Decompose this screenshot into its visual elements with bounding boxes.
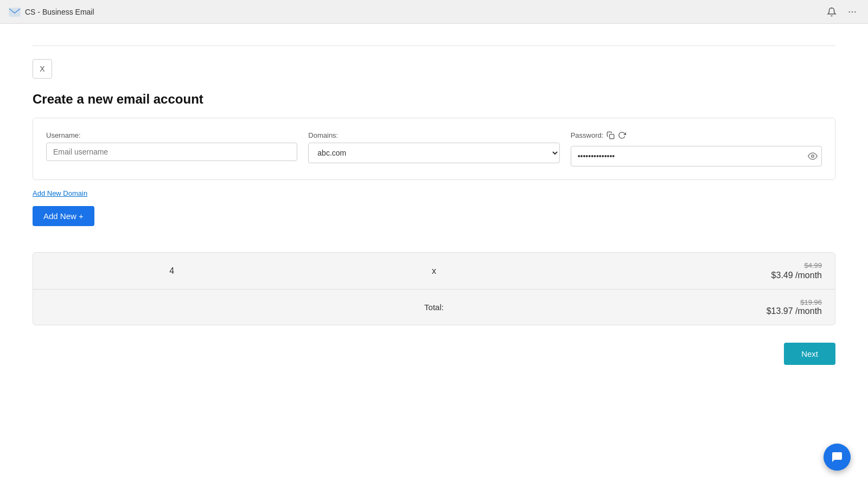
topbar-actions — [825, 5, 859, 19]
total-label: Total: — [424, 303, 444, 312]
username-label: Username: — [46, 131, 297, 139]
domain-label: Domains: — [308, 131, 559, 139]
top-divider-area — [33, 35, 835, 46]
username-input[interactable] — [46, 143, 297, 161]
copy-password-btn[interactable] — [607, 131, 615, 139]
form-card: Username: Domains: abc.com xyz.com examp… — [33, 118, 835, 180]
password-group: Password: — [571, 131, 822, 166]
add-new-button[interactable]: Add New + — [33, 206, 94, 226]
total-price-col: $19.96 $13.97 /month — [571, 298, 822, 316]
svg-rect-0 — [9, 8, 20, 16]
bell-icon — [827, 7, 837, 17]
topbar: CS - Business Email — [0, 0, 868, 24]
add-new-domain-link[interactable]: Add New Domain — [33, 189, 87, 197]
refresh-password-btn[interactable] — [618, 131, 626, 139]
domain-select[interactable]: abc.com xyz.com example.com — [308, 143, 559, 163]
copy-icon — [607, 131, 615, 139]
email-logo-icon — [9, 6, 21, 18]
more-options-btn[interactable] — [845, 5, 859, 19]
original-total: $19.96 — [800, 298, 822, 306]
app-title: CS - Business Email — [9, 6, 94, 18]
chat-icon — [831, 451, 844, 464]
main-content: X Create a new email account Username: D… — [0, 24, 868, 488]
svg-point-3 — [852, 11, 853, 12]
refresh-icon — [618, 131, 626, 139]
pricing-total-row: Total: $19.96 $13.97 /month — [33, 289, 835, 325]
actions-row: Next — [33, 343, 835, 376]
notification-btn[interactable] — [825, 5, 839, 19]
quantity-cell: 4 — [46, 266, 297, 276]
svg-rect-5 — [610, 134, 614, 139]
username-group: Username: — [46, 131, 297, 161]
password-input[interactable] — [571, 146, 822, 166]
close-button[interactable]: X — [33, 59, 52, 79]
password-label-row: Password: — [571, 131, 822, 139]
chat-bubble[interactable] — [824, 444, 851, 471]
total-price: $13.97 /month — [767, 306, 822, 316]
original-unit-price: $4.99 — [804, 261, 822, 269]
domain-group: Domains: abc.com xyz.com example.com — [308, 131, 559, 163]
svg-point-4 — [854, 11, 856, 12]
svg-point-6 — [812, 155, 814, 158]
form-row: Username: Domains: abc.com xyz.com examp… — [46, 131, 822, 166]
password-input-wrap — [571, 146, 822, 166]
unit-price: $3.49 /month — [771, 271, 822, 280]
next-button[interactable]: Next — [784, 343, 835, 365]
page-title: Create a new email account — [33, 92, 835, 107]
toggle-password-btn[interactable] — [808, 151, 818, 161]
svg-point-2 — [849, 11, 850, 12]
total-label-col: Total: — [308, 303, 559, 312]
eye-icon — [808, 151, 818, 161]
password-label: Password: — [571, 131, 604, 139]
ellipsis-icon — [847, 7, 857, 17]
multiplier-cell: x — [308, 266, 559, 276]
pricing-main-row: 4 x $4.99 $3.49 /month — [33, 253, 835, 289]
price-cell: $4.99 $3.49 /month — [571, 261, 822, 280]
pricing-table: 4 x $4.99 $3.49 /month Total: $19.96 $13… — [33, 252, 835, 325]
